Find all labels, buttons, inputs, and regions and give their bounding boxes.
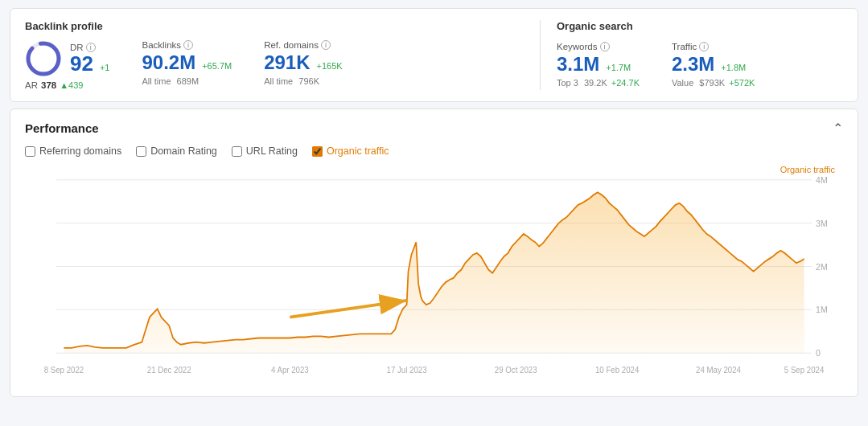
dr-value: 92 xyxy=(70,52,93,76)
performance-card: Performance ⌃ Referring domains Domain R… xyxy=(10,109,858,397)
traffic-sub: Value $793K +572K xyxy=(672,78,755,88)
backlinks-label: Backlinks i xyxy=(142,40,232,50)
svg-text:0: 0 xyxy=(816,348,821,358)
backlinks-block: Backlinks i 90.2M +65.7M All time 689M xyxy=(142,40,232,86)
checkbox-organic-traffic-label: Organic traffic xyxy=(327,145,389,157)
ar-change: ▲439 xyxy=(60,80,83,90)
svg-text:29 Oct 2023: 29 Oct 2023 xyxy=(495,366,537,375)
backlink-profile-card: Backlink profile DR i 92 xyxy=(10,8,858,102)
svg-text:2M: 2M xyxy=(816,261,828,271)
backlink-title: Backlink profile xyxy=(25,20,524,32)
ref-domains-block: Ref. domains i 291K +165K All time 796K xyxy=(264,40,343,86)
dr-info-icon[interactable]: i xyxy=(86,43,96,52)
dr-change: +1 xyxy=(100,63,110,72)
checkbox-referring-domains-input[interactable] xyxy=(25,146,35,157)
organic-traffic-chart: 4M 3M 2M 1M 0 xyxy=(25,163,843,396)
organic-title: Organic search xyxy=(557,20,843,32)
keywords-sub-change: +24.7K xyxy=(611,78,640,88)
svg-text:10 Feb 2024: 10 Feb 2024 xyxy=(595,366,640,375)
checkbox-url-rating-label: URL Rating xyxy=(246,145,298,157)
backlinks-info-icon[interactable]: i xyxy=(183,40,193,50)
svg-text:17 Jul 2023: 17 Jul 2023 xyxy=(387,366,427,375)
dr-value-col: DR i 92 +1 xyxy=(70,43,109,76)
keywords-block: Keywords i 3.1M +1.7M Top 3 39.2K +24.7K xyxy=(557,42,640,88)
svg-line-13 xyxy=(290,301,406,317)
checkbox-referring-domains-label: Referring domains xyxy=(39,145,121,157)
backlinks-value: 90.2M xyxy=(142,51,195,75)
svg-text:24 May 2024: 24 May 2024 xyxy=(696,366,741,375)
dr-donut-chart xyxy=(25,40,62,77)
keywords-label: Keywords i xyxy=(557,42,640,51)
checkbox-referring-domains[interactable]: Referring domains xyxy=(25,145,121,157)
svg-text:4M: 4M xyxy=(816,175,828,185)
ref-domains-change: +165K xyxy=(317,61,343,71)
backlinks-change: +65.7M xyxy=(202,61,232,71)
keywords-info-icon[interactable]: i xyxy=(600,42,610,51)
collapse-icon[interactable]: ⌃ xyxy=(833,121,843,136)
organic-metrics-row: Keywords i 3.1M +1.7M Top 3 39.2K +24.7K… xyxy=(557,42,843,88)
checkbox-row: Referring domains Domain Rating URL Rati… xyxy=(25,145,843,157)
organic-traffic-chart-label: Organic traffic xyxy=(780,165,835,174)
checkbox-url-rating-input[interactable] xyxy=(232,146,242,157)
checkbox-domain-rating-input[interactable] xyxy=(136,146,146,157)
checkbox-url-rating[interactable]: URL Rating xyxy=(232,145,298,157)
svg-text:5 Sep 2024: 5 Sep 2024 xyxy=(784,366,825,375)
perf-title: Performance xyxy=(25,121,99,135)
vertical-divider xyxy=(540,20,541,90)
svg-text:21 Dec 2022: 21 Dec 2022 xyxy=(147,366,191,375)
ar-row: AR 378 ▲439 xyxy=(25,80,83,90)
traffic-value: 2.3M xyxy=(672,53,714,76)
keywords-change: +1.7M xyxy=(606,63,631,72)
organic-section: Organic search Keywords i 3.1M +1.7M Top… xyxy=(557,20,843,88)
checkbox-organic-traffic-input[interactable] xyxy=(312,146,323,157)
checkbox-domain-rating-label: Domain Rating xyxy=(150,145,217,157)
backlink-metrics-row: DR i 92 +1 AR 378 ▲439 xyxy=(25,40,524,90)
svg-point-1 xyxy=(28,43,59,74)
keywords-value: 3.1M xyxy=(557,53,599,76)
svg-text:3M: 3M xyxy=(816,218,828,227)
ref-domains-label: Ref. domains i xyxy=(264,40,343,50)
svg-text:1M: 1M xyxy=(816,305,828,314)
keywords-sub: Top 3 39.2K +24.7K xyxy=(557,78,640,88)
svg-text:4 Apr 2023: 4 Apr 2023 xyxy=(271,366,309,375)
checkbox-organic-traffic[interactable]: Organic traffic xyxy=(312,145,389,157)
ref-domains-value: 291K xyxy=(264,51,310,75)
traffic-label: Traffic i xyxy=(672,42,755,51)
ar-value: 378 xyxy=(41,80,56,90)
checkbox-domain-rating[interactable]: Domain Rating xyxy=(136,145,217,157)
svg-text:8 Sep 2022: 8 Sep 2022 xyxy=(44,366,84,375)
backlinks-sub: All time 689M xyxy=(142,76,232,86)
traffic-sub-change: +572K xyxy=(729,78,755,88)
traffic-block: Traffic i 2.3M +1.8M Value $793K +572K xyxy=(672,42,755,88)
traffic-info-icon[interactable]: i xyxy=(699,42,709,51)
dr-circle-wrapper: DR i 92 +1 xyxy=(25,40,109,77)
ref-domains-sub: All time 796K xyxy=(264,76,343,86)
dr-block: DR i 92 +1 AR 378 ▲439 xyxy=(25,40,109,90)
traffic-change: +1.8M xyxy=(721,63,746,72)
ar-label: AR xyxy=(25,80,38,90)
perf-header: Performance ⌃ xyxy=(25,121,843,136)
dr-label: DR i xyxy=(70,43,109,52)
chart-area: Organic traffic 4M 3M 2M 1M 0 xyxy=(25,163,843,396)
ref-domains-info-icon[interactable]: i xyxy=(321,40,331,50)
backlink-section: Backlink profile DR i 92 xyxy=(25,20,524,90)
